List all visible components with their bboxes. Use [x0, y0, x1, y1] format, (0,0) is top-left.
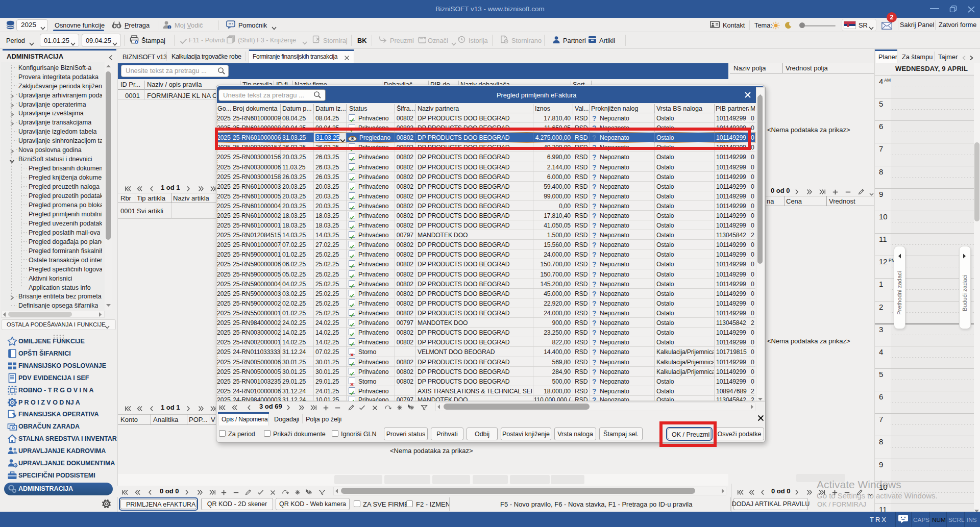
svg-text:i: i: [169, 26, 169, 29]
